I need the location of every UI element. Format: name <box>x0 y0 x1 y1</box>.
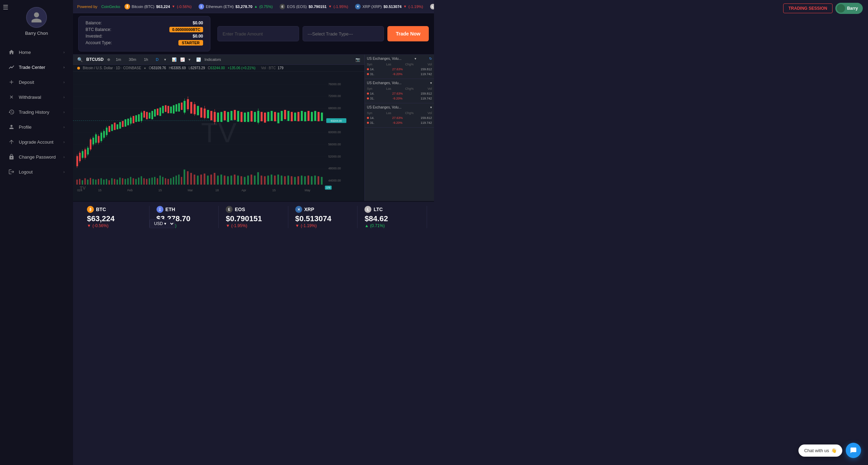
exch-dot <box>367 117 369 119</box>
eth-name-row: Ξ ETH <box>156 206 212 213</box>
svg-rect-112 <box>284 110 286 119</box>
chart-area: 🔍 BTCUSD ⊕ 1m 30m 1h D ▾ 📊 📈 ▾ 📉 Indicat… <box>73 55 434 201</box>
exchange-dropdown-3[interactable]: ▾ <box>430 105 432 109</box>
hamburger-icon[interactable]: ☰ <box>3 3 8 11</box>
sidebar-item-profile[interactable]: Profile › <box>2 120 71 134</box>
btc-ticker-price: $63,224 <box>87 214 142 223</box>
exchange-row-1-1: 14. 27.63% 159.812 <box>367 67 432 72</box>
sidebar-item-withdrawal[interactable]: Withdrawal › <box>2 90 71 104</box>
eth-coin-icon: Ξ <box>199 4 204 9</box>
svg-text:60000.00: 60000.00 <box>328 130 341 134</box>
chart-type-dropdown[interactable]: ▾ <box>188 57 191 62</box>
sidebar-item-deposit-label: Deposit <box>19 80 34 85</box>
svg-rect-191 <box>274 176 276 185</box>
invested-row: Invested: $0.00 <box>86 34 203 39</box>
svg-rect-61 <box>143 111 145 118</box>
svg-rect-71 <box>170 106 172 113</box>
exch-chg-5: 27.63% <box>392 116 403 120</box>
svg-rect-38 <box>98 136 99 143</box>
bitcoin-dot <box>77 67 80 70</box>
svg-rect-73 <box>176 104 177 112</box>
exchange-row-1-2: 31. -9.20% 119.742 <box>367 72 432 77</box>
chart-canvas: TV <box>73 72 364 194</box>
timeframe-1h[interactable]: 1h <box>142 57 150 62</box>
bar-chart-icon[interactable]: 📊 <box>172 57 177 62</box>
svg-rect-152 <box>151 178 153 185</box>
svg-rect-63 <box>149 113 151 119</box>
screenshot-icon[interactable]: 📷 <box>355 57 360 62</box>
indicators-label[interactable]: Indicators <box>204 57 221 62</box>
trade-type-select[interactable]: ---Select Trade Type--- BUY SELL <box>303 26 384 41</box>
timeframe-d[interactable]: D <box>154 57 161 62</box>
sidebar-item-change-password[interactable]: Change Password › <box>2 150 71 164</box>
eos-icon-circle: E <box>226 206 233 213</box>
ticker-item-xrp: ✕ XRP (XRP) $0.513074 ▼ (-1.19%) <box>355 4 423 9</box>
timeframe-30m[interactable]: 30m <box>127 57 138 62</box>
add-symbol-icon[interactable]: ⊕ <box>107 57 110 62</box>
username-label: Barry Chon <box>25 31 48 36</box>
svg-text:179: 179 <box>326 186 330 189</box>
sidebar-item-withdrawal-label: Withdrawal <box>19 95 41 100</box>
chart-status-dot: ● <box>144 66 146 70</box>
bottom-ticker: ₿ BTC $63,224 ▼ (-0.56%) Ξ ETH $3,278.70… <box>73 201 434 232</box>
ticker-item-eos: E EOS (EOS) $0.790151 ▼ (-1.95%) <box>280 4 348 9</box>
col-las-3: Las <box>386 111 391 115</box>
svg-rect-69 <box>165 105 167 112</box>
svg-rect-115 <box>294 113 296 121</box>
svg-rect-159 <box>170 178 171 184</box>
sidebar-item-logout[interactable]: Logout › <box>2 165 71 179</box>
account-type-label: Account Type: <box>86 40 112 45</box>
eos-arrow: ▼ <box>328 5 332 8</box>
chart-symbol[interactable]: BTCUSD <box>86 57 104 62</box>
ohlc-open: O63109.76 <box>149 66 166 70</box>
sidebar-item-upgrade-account[interactable]: Upgrade Account › <box>2 135 71 149</box>
exchange-name-2: US Exchanges, Volu... <box>367 81 402 85</box>
trade-now-button[interactable]: Trade Now <box>387 26 429 41</box>
svg-rect-167 <box>194 175 195 185</box>
svg-rect-176 <box>224 176 225 185</box>
svg-rect-84 <box>200 107 202 118</box>
svg-rect-203 <box>314 176 316 185</box>
xrp-price: $0.513074 <box>384 5 402 9</box>
sidebar-item-deposit[interactable]: Deposit › <box>2 75 71 89</box>
col-las: Las <box>386 63 391 66</box>
trade-amount-input[interactable] <box>217 26 299 41</box>
chevron-right-icon: › <box>63 170 65 174</box>
svg-rect-195 <box>287 176 289 185</box>
sidebar-item-trading-history[interactable]: Trading History › <box>2 105 71 119</box>
exchange-refresh-1[interactable]: ↻ <box>429 57 432 61</box>
sidebar-item-home[interactable]: Home › <box>2 45 71 59</box>
profile-icon <box>8 124 15 130</box>
svg-rect-87 <box>207 110 209 118</box>
svg-rect-105 <box>260 112 263 121</box>
exch-chg-6: -9.20% <box>393 121 403 125</box>
btc-arrow: ▼ <box>172 5 175 8</box>
exchange-dropdown-2[interactable]: ▾ <box>430 81 432 85</box>
svg-rect-192 <box>278 175 279 185</box>
timeframe-dropdown-icon[interactable]: ▾ <box>164 57 166 62</box>
timeframe-1m[interactable]: 1m <box>114 57 123 62</box>
line-chart-icon[interactable]: 📈 <box>180 57 185 62</box>
col-las-2: Las <box>386 87 391 90</box>
user-avatar-icon <box>30 11 43 24</box>
col-syn-2: Syn <box>367 87 372 90</box>
exch-num-2: 31. <box>370 72 375 76</box>
account-type-badge: STARTER <box>178 40 203 46</box>
exchange-dropdown-1[interactable]: ▾ <box>415 57 416 61</box>
svg-rect-64 <box>151 111 153 119</box>
btc-balance-label: BTC Balance: <box>86 27 111 32</box>
bottom-coin-btc: ₿ BTC $63,224 ▼ (-0.56%) <box>80 206 150 228</box>
sidebar-item-trade-center[interactable]: Trade Center › <box>2 60 71 74</box>
svg-rect-72 <box>173 105 175 114</box>
svg-rect-140 <box>119 178 121 185</box>
svg-rect-141 <box>122 178 123 184</box>
svg-rect-56 <box>132 116 134 123</box>
col-chg: Chg% <box>405 63 414 66</box>
svg-rect-48 <box>114 123 116 130</box>
account-type-row: Account Type: STARTER <box>86 40 203 46</box>
chart-svg: 76000.00 72000.00 68000.00 64000.00 6000… <box>73 72 364 194</box>
logout-icon <box>8 169 15 175</box>
currency-select[interactable]: USD ▾ EUR ▾ GBP ▾ <box>150 219 175 228</box>
xrp-ticker-change: ▼ (-1.19%) <box>295 223 351 228</box>
balance-value: $0.00 <box>193 21 203 25</box>
